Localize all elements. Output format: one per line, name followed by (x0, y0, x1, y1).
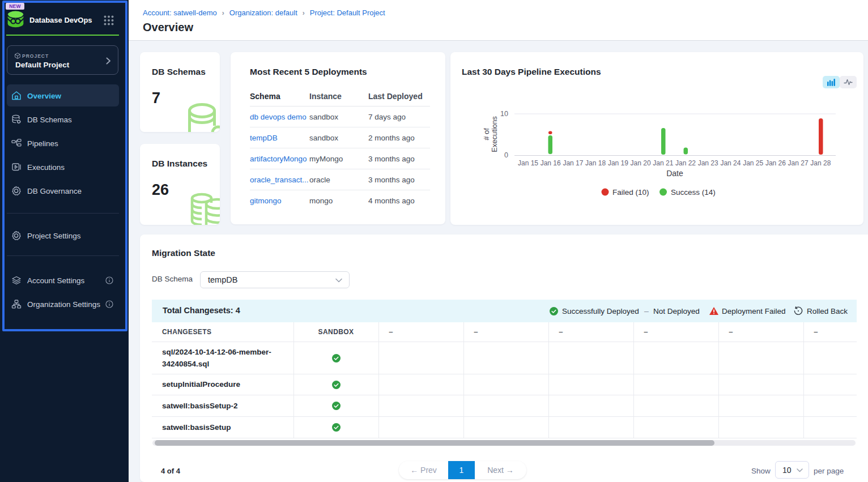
svg-text:Jan 27: Jan 27 (788, 159, 809, 167)
svg-text:0: 0 (504, 151, 508, 159)
svg-text:Failed (10): Failed (10) (612, 188, 649, 197)
svg-text:Jan 23: Jan 23 (698, 159, 718, 167)
svg-text:Jan 25: Jan 25 (743, 159, 763, 167)
svg-text:Jan 24: Jan 24 (720, 159, 741, 167)
svg-text:Jan 19: Jan 19 (608, 159, 628, 167)
svg-text:Jan 22: Jan 22 (675, 159, 696, 167)
svg-text:Jan 20: Jan 20 (631, 159, 651, 167)
svg-text:Jan 28: Jan 28 (810, 159, 831, 167)
svg-text:Jan 17: Jan 17 (563, 159, 583, 167)
svg-text:Jan 15: Jan 15 (518, 159, 538, 167)
svg-text:Jan 26: Jan 26 (765, 159, 786, 167)
svg-text:Date: Date (666, 169, 683, 178)
svg-text:Success (14): Success (14) (671, 188, 716, 197)
svg-text:10: 10 (500, 110, 508, 118)
svg-text:Jan 16: Jan 16 (541, 159, 561, 167)
svg-text:# ofExecutions: # ofExecutions (482, 116, 499, 152)
svg-text:Jan 21: Jan 21 (653, 159, 673, 167)
svg-text:Jan 18: Jan 18 (585, 159, 606, 167)
